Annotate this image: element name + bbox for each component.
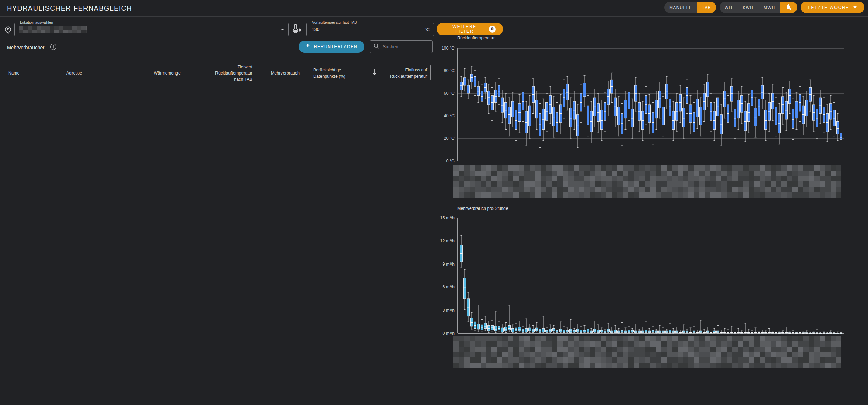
column-header-waermemenge[interactable]: Wärmemenge (137, 70, 182, 76)
droplet-a-icon: A (786, 4, 792, 11)
column-header-mehrverbrauch[interactable]: Mehrverbrauch (254, 70, 301, 76)
svg-text:100 °C: 100 °C (442, 46, 455, 51)
unit-option-wh[interactable]: WH (720, 2, 737, 13)
location-value-redacted (19, 26, 87, 33)
mode-toggle: MANUELL TAB (664, 2, 716, 13)
column-header-einfluss[interactable]: Einfluss auf Rücklauftemperatur (381, 67, 429, 79)
download-icon (305, 44, 311, 50)
svg-text:3 m³/h: 3 m³/h (443, 308, 455, 313)
period-button[interactable]: LETZTE WOCHE (801, 2, 864, 13)
download-button[interactable]: HERUNTERLADEN (299, 41, 364, 53)
info-icon[interactable] (50, 43, 57, 52)
thermometer-droplet-icon (291, 24, 302, 36)
vorlauftemperatur-input[interactable] (311, 26, 340, 32)
page-title: HYDRAULISCHER FERNABGLEICH (7, 4, 132, 12)
svg-text:60 °C: 60 °C (444, 91, 455, 96)
svg-text:15 m³/h: 15 m³/h (440, 216, 455, 220)
unit-option-mwh[interactable]: MWH (759, 2, 780, 13)
search-icon (373, 43, 379, 50)
mode-option-tab[interactable]: TAB (697, 2, 716, 13)
location-select-label: Lokation auswählen (18, 20, 55, 24)
period-button-label: LETZTE WOCHE (808, 5, 849, 10)
column-header-zielwert[interactable]: Zielwert Rücklauftemperatur nach TAB (182, 64, 254, 82)
search-box (370, 40, 433, 53)
sort-descending-icon[interactable] (368, 69, 381, 77)
unit-option-volume[interactable]: A (780, 2, 797, 13)
column-header-adresse[interactable]: Adresse (65, 70, 137, 76)
chart-title-ruecklauftemperatur: Rücklauftemperatur (457, 36, 495, 40)
table-right-border (429, 64, 429, 349)
svg-text:40 °C: 40 °C (444, 113, 455, 118)
vorlauftemperatur-label: Vorlauftemperatur laut TAB (310, 20, 359, 24)
filter-count-badge: 0 (489, 26, 496, 33)
table-header: Name Adresse Wärmemenge Zielwert Rücklau… (7, 64, 429, 83)
svg-text:9 m³/h: 9 m³/h (443, 262, 455, 267)
svg-text:80 °C: 80 °C (444, 68, 455, 73)
ruecklauftemperatur-chart: 100 °C80 °C60 °C40 °C20 °C0 °C (437, 44, 865, 166)
mehrverbrauch-chart: 15 m³/h12 m³/h9 m³/h6 m³/h3 m³/h0 m³/h (437, 215, 865, 338)
table-scrollbar-thumb[interactable] (430, 65, 431, 80)
unit-option-kwh[interactable]: KWH (737, 2, 759, 13)
chevron-down-icon (853, 6, 857, 8)
select-caret-icon (281, 29, 284, 30)
location-pin-icon (4, 25, 12, 36)
top-bar: HYDRAULISCHER FERNABGLEICH MANUELL TAB W… (0, 0, 868, 17)
download-button-label: HERUNTERLADEN (314, 44, 357, 49)
weitere-filter-label: WEITERE FILTER (444, 24, 485, 34)
mode-option-manuell[interactable]: MANUELL (664, 2, 697, 13)
chart1-x-axis-labels-redacted (453, 165, 841, 198)
search-input[interactable] (382, 44, 424, 50)
hydraulischer-fernabgleich-dashboard: HYDRAULISCHER FERNABGLEICH MANUELL TAB W… (0, 0, 868, 405)
unit-toggle: WH KWH MWH A (720, 2, 797, 13)
column-header-name[interactable]: Name (7, 70, 65, 76)
vorlauftemperatur-unit: °C (424, 27, 430, 32)
topbar-controls: MANUELL TAB WH KWH MWH A LETZTE WOCHE (664, 2, 864, 13)
svg-text:A: A (789, 8, 792, 11)
svg-text:0 °C: 0 °C (446, 159, 455, 163)
mehrverbraucher-table: Name Adresse Wärmemenge Zielwert Rücklau… (7, 64, 429, 83)
svg-text:12 m³/h: 12 m³/h (440, 239, 455, 243)
section-title: Mehrverbraucher (7, 45, 44, 50)
chart-title-mehrverbrauch: Mehrverbrauch pro Stunde (457, 206, 508, 211)
svg-text:20 °C: 20 °C (444, 136, 455, 141)
chart2-x-axis-labels-redacted (453, 336, 841, 368)
column-header-datenpunkte[interactable]: Berücksichtige Datenpunkte (%) (301, 67, 368, 79)
svg-text:6 m³/h: 6 m³/h (443, 285, 455, 289)
svg-text:0 m³/h: 0 m³/h (443, 331, 455, 336)
vorlauftemperatur-field: Vorlauftemperatur laut TAB °C (306, 23, 434, 36)
weitere-filter-button[interactable]: WEITERE FILTER 0 (437, 23, 503, 35)
location-select[interactable]: Lokation auswählen (14, 23, 289, 36)
